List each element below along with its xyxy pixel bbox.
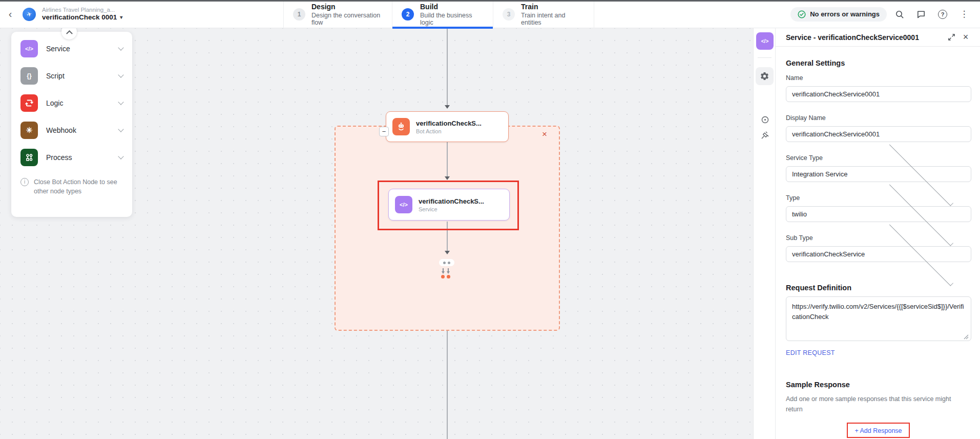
connections-icon bbox=[761, 131, 769, 139]
display-name-label: Display Name bbox=[786, 114, 971, 122]
type-value: twilio bbox=[792, 210, 878, 218]
properties-panel: </> Service - verificationCheckService00… bbox=[753, 28, 980, 439]
service-type-select[interactable]: Integration Service bbox=[786, 166, 971, 182]
tab-subtitle: Build the business logic bbox=[420, 12, 484, 26]
plane-icon: ✈ bbox=[26, 10, 33, 18]
palette-item-service[interactable]: </> Service bbox=[11, 37, 132, 61]
tab-subtitle: Design the conversation flow bbox=[311, 12, 383, 26]
add-response-button[interactable]: + Add Response bbox=[854, 427, 902, 434]
caret-down-icon: ▾ bbox=[120, 14, 122, 21]
rail-divider bbox=[758, 57, 772, 58]
chat-button[interactable] bbox=[912, 6, 930, 23]
service-node[interactable]: </> verificationCheckS... Service bbox=[388, 189, 510, 221]
gear-icon bbox=[760, 71, 769, 81]
palette-item-webhook[interactable]: ✳ Webhook bbox=[11, 118, 132, 142]
palette-item-label: Script bbox=[46, 72, 111, 80]
service-tab-icon[interactable]: </> bbox=[756, 32, 774, 50]
chevron-up-icon bbox=[66, 30, 73, 36]
step-badge: 2 bbox=[402, 8, 414, 21]
palette-note: i Close Bot Action Node to see other nod… bbox=[20, 177, 123, 196]
search-icon bbox=[895, 10, 904, 19]
palette-item-label: Webhook bbox=[46, 126, 111, 134]
request-definition-textarea[interactable]: https://verify.twilio.com/v2/Services/{{… bbox=[786, 296, 971, 341]
connector-line bbox=[447, 331, 448, 439]
collapse-node-button[interactable]: − bbox=[379, 127, 389, 136]
palette-note-text: Close Bot Action Node to see other node … bbox=[34, 177, 123, 196]
more-menu-button[interactable]: ⋮ bbox=[955, 6, 973, 23]
webhook-icon: ✳ bbox=[20, 122, 38, 139]
component-properties-tab[interactable] bbox=[756, 67, 774, 85]
connector-arrowhead bbox=[445, 251, 450, 254]
connections-properties-tab[interactable] bbox=[760, 130, 770, 140]
palette-item-logic[interactable]: Logic bbox=[11, 91, 132, 115]
node-title: verificationCheckS... bbox=[419, 197, 484, 205]
request-definition-heading: Request Definition bbox=[786, 284, 971, 292]
kebab-icon: ⋮ bbox=[960, 9, 969, 19]
service-type-value: Integration Service bbox=[792, 170, 878, 178]
palette-item-label: Service bbox=[46, 45, 111, 53]
chevron-down-icon bbox=[118, 126, 123, 132]
tab-build[interactable]: 2 Build Build the business logic bbox=[392, 0, 493, 28]
palette-item-label: Logic bbox=[46, 99, 111, 107]
edit-request-link[interactable]: EDIT REQUEST bbox=[786, 349, 835, 356]
script-icon: {} bbox=[20, 67, 38, 85]
service-icon: </> bbox=[20, 40, 38, 57]
connector-arrowhead bbox=[445, 105, 450, 109]
general-settings-heading: General Settings bbox=[786, 59, 971, 67]
panel-title: Service - verificationCheckService0001 bbox=[786, 33, 944, 42]
help-button[interactable]: ? bbox=[934, 6, 951, 23]
drop-arrow bbox=[442, 271, 445, 274]
chevron-down-icon bbox=[118, 72, 123, 77]
task-name: verificationCheck 0001 bbox=[42, 13, 117, 22]
workflow-tabs: 1 Design Design the conversation flow 2 … bbox=[283, 0, 594, 28]
node-subtitle: Bot Action bbox=[416, 128, 482, 134]
window-top-edge bbox=[0, 0, 980, 2]
connection-dot bbox=[447, 275, 450, 278]
palette-item-label: Process bbox=[46, 153, 111, 162]
service-icon: </> bbox=[395, 196, 412, 213]
highlight-box: + Add Response bbox=[847, 423, 909, 438]
instance-properties-tab[interactable] bbox=[760, 114, 770, 125]
chat-icon bbox=[916, 10, 926, 19]
node-title: verificationCheckS... bbox=[416, 119, 482, 127]
panel-rail: </> bbox=[754, 28, 776, 439]
expand-panel-button[interactable] bbox=[944, 30, 958, 45]
bot-action-node[interactable]: verificationCheckS... Bot Action bbox=[386, 111, 509, 142]
project-name: Airlines Travel Planning_a... bbox=[42, 6, 122, 13]
help-icon: ? bbox=[938, 10, 947, 19]
tab-design[interactable]: 1 Design Design the conversation flow bbox=[283, 0, 392, 28]
sample-response-heading: Sample Response bbox=[786, 381, 971, 389]
service-type-label: Service Type bbox=[786, 154, 971, 162]
sub-type-value: verificationCheckService bbox=[792, 250, 878, 258]
info-icon: i bbox=[20, 178, 29, 186]
sample-response-description: Add one or more sample responses that th… bbox=[786, 394, 965, 414]
tab-train[interactable]: 3 Train Train intent and entities bbox=[493, 0, 594, 28]
tab-subtitle: Train intent and entities bbox=[521, 12, 585, 26]
close-region-icon[interactable]: × bbox=[539, 129, 550, 140]
expand-icon bbox=[948, 33, 955, 41]
display-name-input[interactable] bbox=[786, 126, 971, 142]
panel-content[interactable]: General Settings Name Display Name Servi… bbox=[776, 47, 980, 439]
name-input[interactable] bbox=[786, 86, 971, 102]
close-panel-button[interactable]: × bbox=[958, 30, 973, 45]
drop-target[interactable] bbox=[439, 259, 454, 266]
tab-label: Design bbox=[311, 3, 383, 11]
sub-type-select[interactable]: verificationCheckService bbox=[786, 246, 971, 262]
name-label: Name bbox=[786, 74, 971, 82]
search-button[interactable] bbox=[891, 6, 908, 23]
connector-line bbox=[447, 142, 448, 177]
palette-item-process[interactable]: Process bbox=[11, 146, 132, 169]
drop-arrow bbox=[447, 271, 450, 274]
connector-line bbox=[447, 28, 448, 105]
logic-icon bbox=[20, 94, 38, 112]
type-select[interactable]: twilio bbox=[786, 206, 971, 222]
task-switcher[interactable]: verificationCheck 0001 ▾ bbox=[42, 13, 122, 22]
palette-item-script[interactable]: {} Script bbox=[11, 64, 132, 88]
status-badge: No errors or warnings bbox=[790, 7, 887, 22]
step-badge: 1 bbox=[293, 8, 305, 21]
back-button[interactable]: ‹ bbox=[4, 8, 16, 21]
bot-action-icon bbox=[392, 118, 410, 135]
connector-line bbox=[447, 222, 448, 251]
chevron-down-icon bbox=[118, 153, 123, 159]
app-logo: ✈ bbox=[23, 8, 36, 21]
